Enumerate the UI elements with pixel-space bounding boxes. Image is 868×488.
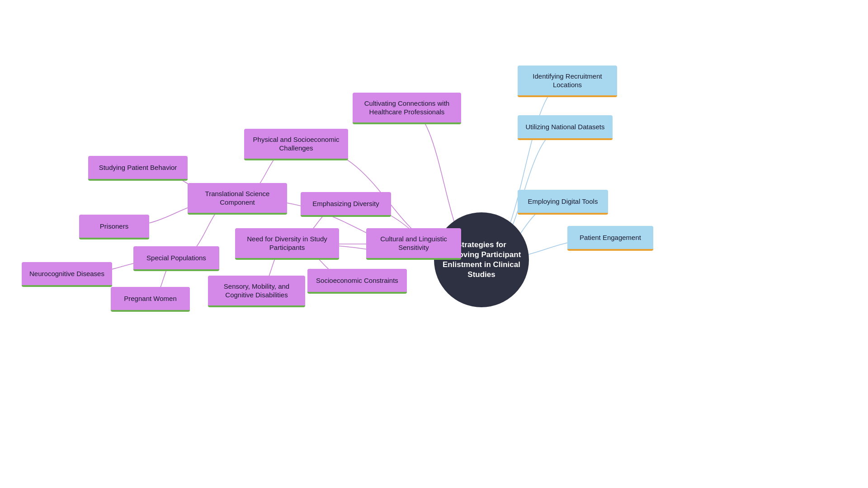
node-studying: Studying Patient Behavior: [88, 156, 188, 181]
center-node: Strategies for Improving Participant Enl…: [434, 212, 529, 307]
node-neurocognitive: Neurocognitive Diseases: [22, 262, 112, 287]
node-cultivating: Cultivating Connections with Healthcare …: [353, 93, 461, 124]
node-digital: Employing Digital Tools: [518, 190, 608, 215]
node-physical: Physical and Socioeconomic Challenges: [244, 129, 348, 160]
node-special: Special Populations: [133, 246, 219, 271]
node-prisoners: Prisoners: [79, 215, 149, 239]
node-emphasizing: Emphasizing Diversity: [301, 192, 391, 217]
node-socioeconomic: Socioeconomic Constraints: [307, 269, 407, 294]
node-national: Utilizing National Datasets: [518, 115, 613, 140]
mindmap-canvas: Strategies for Improving Participant Enl…: [0, 0, 868, 488]
node-need-diversity: Need for Diversity in Study Participants: [235, 228, 339, 260]
node-sensory: Sensory, Mobility, and Cognitive Disabil…: [208, 276, 305, 307]
node-cultural: Cultural and Linguistic Sensitivity: [366, 228, 461, 260]
node-engagement: Patient Engagement: [567, 226, 653, 251]
node-identifying: Identifying Recruitment Locations: [518, 66, 617, 97]
node-translational: Translational Science Component: [188, 183, 287, 215]
node-pregnant: Pregnant Women: [111, 287, 190, 312]
